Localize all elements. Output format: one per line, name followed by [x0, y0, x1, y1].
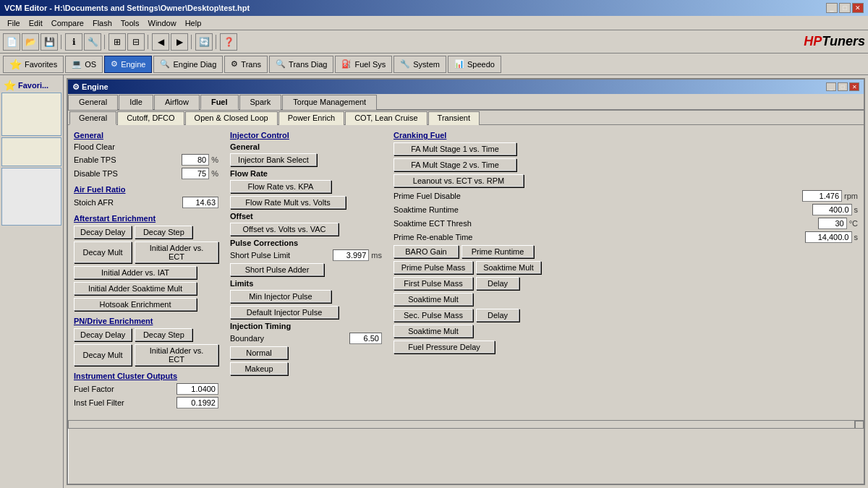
prime-reenable-input[interactable]	[805, 231, 852, 243]
engine-close-btn[interactable]: ✕	[849, 82, 859, 91]
soaktime-runtime-input[interactable]	[812, 204, 852, 215]
short-pulse-input[interactable]	[333, 249, 369, 261]
menu-window[interactable]: Window	[144, 18, 181, 28]
afterstart-hotsoak-btn[interactable]: Hotsoak Enrichment	[74, 298, 197, 311]
forward-button[interactable]: ▶	[171, 33, 188, 51]
boundary-input[interactable]	[349, 333, 382, 344]
nav-engine[interactable]: ⚙ Engine	[104, 56, 152, 73]
tab-torque[interactable]: Torque Management	[282, 95, 377, 110]
pn-decay-step-btn[interactable]: Decay Step	[135, 328, 192, 341]
new-button[interactable]: 📄	[3, 33, 20, 51]
soaktime-mult-btn3[interactable]: Soaktime Mult	[393, 325, 473, 338]
enable-tps-input[interactable]	[182, 154, 209, 166]
engine-minimize-btn[interactable]: _	[826, 82, 836, 91]
subtab-open-closed[interactable]: Open & Closed Loop	[185, 111, 278, 125]
subtab-cot[interactable]: COT, Lean Cruise	[345, 111, 427, 125]
inst-fuel-filter-input[interactable]	[176, 397, 218, 408]
horizontal-scrollbar[interactable]	[68, 420, 855, 429]
delay-btn2[interactable]: Delay	[476, 309, 519, 322]
grid2-button[interactable]: ⊟	[127, 33, 145, 51]
afterstart-soaktime-mult-btn[interactable]: Initial Adder Soaktime Mult	[74, 282, 197, 295]
sec-pulse-mass-btn[interactable]: Sec. Pulse Mass	[393, 309, 473, 322]
nav-speedo[interactable]: 📊 Speedo	[448, 56, 501, 73]
minimize-button[interactable]: _	[826, 3, 838, 13]
soaktime-mult-btn1[interactable]: Soaktime Mult	[476, 261, 541, 274]
maximize-button[interactable]: □	[839, 3, 851, 13]
menu-file[interactable]: File	[3, 18, 25, 28]
disable-tps-input[interactable]	[182, 168, 209, 179]
engine-maximize-btn[interactable]: □	[838, 82, 848, 91]
timing-normal-btn[interactable]: Normal	[230, 346, 288, 359]
delay-btn1[interactable]: Delay	[476, 277, 519, 290]
cranking-fa2-row: FA Mult Stage 2 vs. Time	[393, 158, 858, 171]
open-button[interactable]: 📂	[22, 33, 39, 51]
timing-makeup-btn[interactable]: Makeup	[230, 362, 288, 375]
leanout-ect-rpm-btn[interactable]: Leanout vs. ECT vs. RPM	[393, 174, 524, 187]
pn-decay-mult-btn[interactable]: Decay Mult	[74, 344, 132, 366]
short-pulse-adder-btn[interactable]: Short Pulse Adder	[230, 263, 324, 276]
nav-engine-diag[interactable]: 🔍 Engine Diag	[153, 56, 223, 73]
nav-favorites[interactable]: ⭐ Favorites	[3, 56, 64, 73]
menu-flash[interactable]: Flash	[88, 18, 116, 28]
stoich-afr-input[interactable]	[182, 197, 218, 208]
fuel-factor-input[interactable]	[176, 383, 218, 395]
tab-airflow[interactable]: Airflow	[154, 95, 200, 110]
grid-button[interactable]: ⊞	[109, 33, 126, 51]
afterstart-initial-adder-ect-btn[interactable]: Initial Adder vs. ECT	[135, 241, 218, 263]
first-pulse-mass-btn[interactable]: First Pulse Mass	[393, 277, 473, 290]
fuel-pressure-delay-btn[interactable]: Fuel Pressure Delay	[393, 341, 495, 354]
injector-bank-select-btn[interactable]: Injector Bank Select	[230, 153, 317, 166]
tab-general[interactable]: General	[68, 95, 118, 110]
fa-mult-stage1-btn[interactable]: FA Mult Stage 1 vs. Time	[393, 142, 516, 155]
afterstart-decay-mult-btn[interactable]: Decay Mult	[74, 241, 132, 263]
sidebar-item-2[interactable]	[1, 137, 61, 166]
afterstart-decay-delay-btn[interactable]: Decay Delay	[74, 226, 132, 239]
subtab-cutoff[interactable]: Cutoff, DFCO	[117, 111, 184, 125]
menu-tools[interactable]: Tools	[116, 18, 144, 28]
pn-initial-adder-ect-btn[interactable]: Initial Adder vs. ECT	[135, 344, 218, 366]
window-controls[interactable]: _ □ ✕	[826, 3, 864, 13]
pn-decay-delay-btn[interactable]: Decay Delay	[74, 328, 132, 341]
fa-mult-stage2-btn[interactable]: FA Mult Stage 2 vs. Time	[393, 158, 516, 171]
prime-fuel-disable-input[interactable]	[802, 190, 842, 202]
menu-help[interactable]: Help	[181, 18, 206, 28]
help-icon-button[interactable]: ❓	[220, 33, 237, 51]
vertical-scrollbar[interactable]	[855, 421, 864, 429]
tab-idle[interactable]: Idle	[119, 95, 153, 110]
soaktime-ect-input[interactable]	[818, 218, 847, 229]
subtab-transient[interactable]: Transient	[428, 111, 480, 125]
close-button[interactable]: ✕	[852, 3, 864, 13]
min-injector-pulse-btn[interactable]: Min Injector Pulse	[230, 290, 331, 303]
soaktime-mult-btn2[interactable]: Soaktime Mult	[393, 293, 473, 306]
subtab-general[interactable]: General	[69, 111, 116, 125]
tool2-button[interactable]: 🔧	[84, 33, 101, 51]
sidebar-item-1[interactable]	[1, 93, 61, 136]
offset-volts-vac-btn[interactable]: Offset vs. Volts vs. VAC	[230, 223, 339, 236]
sidebar-item-3[interactable]	[1, 168, 61, 226]
engine-win-controls[interactable]: _ □ ✕	[826, 82, 859, 91]
nav-trans-diag-label: Trans Diag	[289, 60, 327, 69]
nav-trans-diag[interactable]: 🔍 Trans Diag	[269, 56, 333, 73]
tab-spark[interactable]: Spark	[239, 95, 282, 110]
flow-rate-kpa-btn[interactable]: Flow Rate vs. KPA	[230, 180, 331, 193]
nav-fuel-sys[interactable]: ⛽ Fuel Sys	[335, 56, 392, 73]
afterstart-initial-adder-iat-btn[interactable]: Initial Adder vs. IAT	[74, 266, 197, 279]
prime-pulse-mass-btn[interactable]: Prime Pulse Mass	[393, 261, 473, 274]
refresh-button[interactable]: 🔄	[195, 33, 213, 51]
baro-gain-btn[interactable]: BARO Gain	[393, 245, 459, 258]
instrument-title: Instrument Cluster Outputs	[74, 372, 218, 380]
afterstart-decay-step-btn[interactable]: Decay Step	[135, 226, 192, 239]
info-button[interactable]: ℹ	[65, 33, 82, 51]
menu-edit[interactable]: Edit	[25, 18, 47, 28]
nav-system[interactable]: 🔧 System	[393, 56, 446, 73]
nav-os[interactable]: 💻 OS	[65, 56, 103, 73]
menu-compare[interactable]: Compare	[47, 18, 88, 28]
prime-runtime-btn[interactable]: Prime Runtime	[461, 245, 534, 258]
nav-trans[interactable]: ⚙ Trans	[224, 56, 268, 73]
flow-rate-volts-btn[interactable]: Flow Rate Mult vs. Volts	[230, 196, 346, 209]
back-button[interactable]: ◀	[152, 33, 169, 51]
subtab-power[interactable]: Power Enrich	[278, 111, 344, 125]
save-button[interactable]: 💾	[41, 33, 58, 51]
tab-fuel[interactable]: Fuel	[200, 95, 239, 110]
default-injector-pulse-btn[interactable]: Default Injector Pulse	[230, 306, 339, 319]
